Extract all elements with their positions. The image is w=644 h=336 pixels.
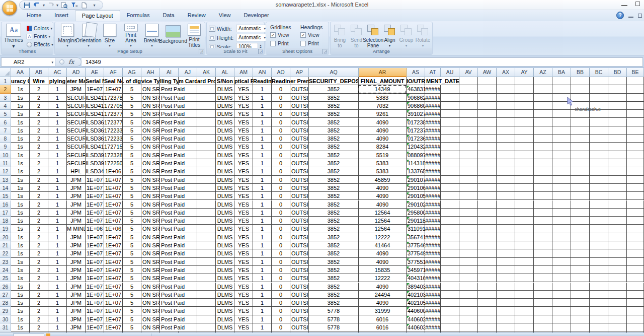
cell-AK26[interactable] [197, 283, 216, 291]
cell-AW15[interactable] [478, 192, 497, 200]
cell-AF6[interactable]: 172377 [104, 118, 123, 126]
cell-AK13[interactable] [197, 176, 216, 184]
sheet-options-dialog-launcher[interactable]: ◿ [323, 49, 328, 54]
select-all-button[interactable] [0, 68, 11, 77]
cell-AN18[interactable]: 1 [253, 217, 272, 225]
cell-AO2[interactable]: 0 [272, 85, 290, 93]
cell-BE22[interactable] [627, 249, 644, 257]
cell-AO18[interactable]: 0 [272, 217, 290, 225]
cell-AA9[interactable]: 1s [11, 143, 30, 151]
cell-AC27[interactable]: 1 [48, 291, 67, 299]
cell-BD21[interactable] [608, 241, 627, 249]
row-header-3[interactable]: 3 [0, 94, 11, 102]
cell-AP24[interactable]: OUTSIDE [290, 266, 309, 274]
cell-AC15[interactable]: 1 [48, 192, 67, 200]
cell-BE16[interactable] [627, 200, 644, 209]
cell-AD4[interactable]: SECURE [67, 102, 86, 110]
cell-AX3[interactable] [497, 94, 515, 102]
cell-AT27[interactable]: ##### [425, 291, 441, 299]
cell-AC20[interactable]: 1 [48, 233, 67, 241]
cell-AN19[interactable]: 1 [253, 225, 272, 233]
cell-BB9[interactable] [571, 143, 590, 151]
cell-AV24[interactable] [459, 266, 478, 274]
cell-AY24[interactable] [515, 266, 534, 274]
cell-AK8[interactable] [197, 135, 216, 143]
background-button[interactable]: Background [162, 24, 184, 48]
cell-AU20[interactable] [441, 233, 459, 241]
cell-AP3[interactable]: OUTSIDE [290, 94, 309, 102]
column-header-AJ[interactable]: AJ [179, 68, 197, 77]
cell-AY5[interactable] [515, 110, 534, 118]
cell-AB11[interactable]: 2 [30, 159, 48, 167]
cell-AP4[interactable]: OUTSIDE [290, 102, 309, 110]
cell-AN31[interactable]: 1 [253, 323, 272, 331]
cell-AQ29[interactable]: 5778 [309, 307, 359, 315]
cell-AH26[interactable]: ON SRE [141, 283, 160, 291]
cell-AU26[interactable] [441, 283, 459, 291]
cell-BE2[interactable] [627, 85, 644, 93]
cell-AO27[interactable]: 0 [272, 291, 290, 299]
cell-AV5[interactable] [459, 110, 478, 118]
cell-AU23[interactable] [441, 258, 459, 266]
cell-AX10[interactable] [497, 151, 515, 159]
cell-AG8[interactable]: 5 [123, 135, 141, 143]
cell-AU15[interactable] [441, 192, 459, 200]
help-icon[interactable]: ? [616, 12, 624, 19]
restore-button[interactable] [635, 2, 640, 6]
cell-BD17[interactable] [608, 209, 627, 217]
cell-AZ18[interactable] [534, 217, 552, 225]
cell-BB8[interactable] [571, 135, 590, 143]
cell-AQ20[interactable]: 3852 [309, 233, 359, 241]
cell-AC11[interactable]: 1 [48, 159, 67, 167]
cell-AX24[interactable] [497, 266, 515, 274]
tab-view[interactable]: View [212, 10, 237, 21]
cell-AK2[interactable] [197, 85, 216, 93]
cell-AL29[interactable]: DLMS [216, 307, 234, 315]
cell-BA21[interactable] [552, 241, 571, 249]
cell-AF2[interactable]: 1E+07 [104, 85, 123, 93]
cell-BB28[interactable] [571, 299, 590, 307]
cell-AO20[interactable]: 0 [272, 233, 290, 241]
cell-AL27[interactable]: DLMS [216, 291, 234, 299]
cell-AA28[interactable]: 1s [11, 299, 30, 307]
cell-AB7[interactable]: 2 [30, 126, 48, 135]
cell-AL13[interactable]: DLMS [216, 176, 234, 184]
cell-AH3[interactable]: ON SRE [141, 94, 160, 102]
cell-AV26[interactable] [459, 283, 478, 291]
cell-AI27[interactable]: Post Paid [160, 291, 179, 299]
cell-AI19[interactable]: Post Paid [160, 225, 179, 233]
cell-AM25[interactable]: YES [234, 274, 253, 282]
cell-BD14[interactable] [608, 184, 627, 192]
cell-AT29[interactable]: ##### [425, 307, 441, 315]
header-cell-AB1[interactable]: Wire [30, 77, 48, 85]
cell-BC21[interactable] [590, 241, 608, 249]
cell-BE13[interactable] [627, 176, 644, 184]
cell-AP13[interactable]: OUTSIDE [290, 176, 309, 184]
cell-BC15[interactable] [590, 192, 608, 200]
tab-page-layout[interactable]: Page Layout [75, 10, 120, 21]
cell-AT2[interactable]: ##### [425, 85, 441, 93]
cell-AE23[interactable]: 1E+07 [86, 258, 104, 266]
cell-AC26[interactable]: 1 [48, 283, 67, 291]
cell-BC25[interactable] [590, 274, 608, 282]
cell-AI13[interactable]: Post Paid [160, 176, 179, 184]
cell-BC22[interactable] [590, 249, 608, 257]
cell-AX6[interactable] [497, 118, 515, 126]
cell-AG30[interactable]: 5 [123, 315, 141, 323]
tab-insert[interactable]: Insert [48, 10, 75, 21]
cell-AR25[interactable]: 12222 [359, 274, 407, 282]
cell-BA19[interactable] [552, 225, 571, 233]
cell-AX25[interactable] [497, 274, 515, 282]
cell-AQ13[interactable]: 3852 [309, 176, 359, 184]
cell-AZ3[interactable] [534, 94, 552, 102]
cell-AE9[interactable]: ILSD411 [86, 143, 104, 151]
cell-AK17[interactable] [197, 209, 216, 217]
cell-AN23[interactable]: 1 [253, 258, 272, 266]
cell-AV12[interactable] [459, 167, 478, 175]
cell-AZ4[interactable] [534, 102, 552, 110]
cell-AZ14[interactable] [534, 184, 552, 192]
cell-AI7[interactable]: Post Paid [160, 126, 179, 135]
cell-AC2[interactable]: 1 [48, 85, 67, 93]
cell-AN15[interactable]: 1 [253, 192, 272, 200]
cell-AH17[interactable]: ON SRE [141, 209, 160, 217]
